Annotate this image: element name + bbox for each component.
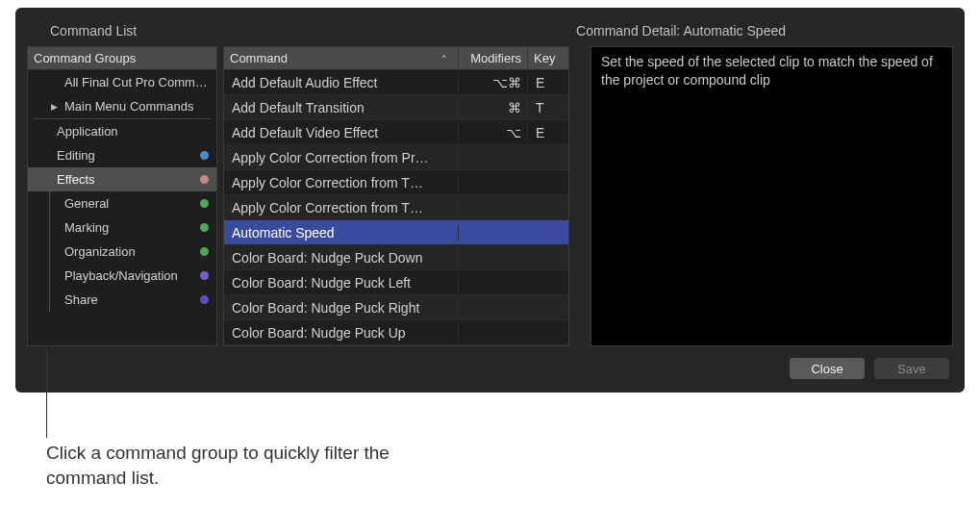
- header-command[interactable]: Command ⌃: [224, 47, 459, 69]
- command-row[interactable]: Apply Color Correction from Pr…: [224, 145, 568, 170]
- color-dot-icon: [200, 199, 209, 208]
- command-modifiers: ⌘: [459, 100, 528, 115]
- command-detail-column: Set the speed of the selected clip to ma…: [591, 46, 953, 346]
- sidebar-group-item[interactable]: ▶Main Menu Commands: [28, 94, 216, 118]
- command-row[interactable]: Apply Color Correction from T…: [224, 195, 568, 220]
- disclosure-triangle-icon[interactable]: ▶: [51, 102, 61, 112]
- command-groups-list: All Final Cut Pro Comm…▶Main Menu Comman…: [28, 70, 216, 345]
- sidebar-group-item[interactable]: Effects: [28, 167, 216, 191]
- sidebar-group-item[interactable]: Share: [28, 288, 216, 312]
- command-row[interactable]: Add Default Transition⌘T: [224, 95, 568, 120]
- group-label: General: [64, 196, 109, 211]
- group-label: Marking: [64, 220, 109, 235]
- command-name: Add Default Transition: [224, 100, 459, 115]
- command-groups-column: Command Groups All Final Cut Pro Comm…▶M…: [27, 46, 217, 346]
- sort-ascending-icon: ⌃: [440, 54, 452, 63]
- command-name: Color Board: Nudge Puck Down: [224, 250, 459, 266]
- command-key: T: [528, 100, 568, 115]
- group-label: Effects: [57, 172, 95, 187]
- sidebar-group-item[interactable]: Marking: [28, 215, 216, 240]
- detail-title-prefix: Command Detail:: [576, 23, 683, 38]
- sidebar-group-item[interactable]: Playback/Navigation: [28, 264, 216, 288]
- group-label: Application: [57, 124, 118, 139]
- command-key: E: [528, 125, 568, 140]
- command-row[interactable]: Color Board: Nudge Puck Left: [224, 270, 568, 295]
- command-detail-text: Set the speed of the selected clip to ma…: [591, 46, 953, 346]
- command-list-title: Command List: [50, 23, 137, 38]
- command-key: E: [528, 75, 568, 90]
- command-name: Add Default Audio Effect: [224, 75, 459, 90]
- command-row[interactable]: Add Default Audio Effect⌥⌘E: [224, 70, 568, 95]
- annotation-leader-line: [46, 349, 47, 438]
- sidebar-group-item[interactable]: General: [28, 191, 216, 215]
- sidebar-group-item[interactable]: Application: [28, 119, 216, 143]
- group-label: Playback/Navigation: [64, 268, 178, 283]
- group-label: Organization: [64, 244, 136, 259]
- detail-title-name: Automatic Speed: [683, 23, 786, 38]
- close-button[interactable]: Close: [790, 358, 865, 379]
- dialog-buttons: Close Save: [27, 346, 953, 381]
- command-name: Apply Color Correction from T…: [224, 175, 459, 190]
- color-dot-icon: [200, 247, 209, 256]
- command-row[interactable]: Color Board: Nudge Puck Right: [224, 295, 568, 320]
- panel-titles: Command List Command Detail: Automatic S…: [27, 17, 953, 46]
- color-dot-icon: [200, 223, 209, 232]
- command-row[interactable]: Apply Color Correction from T…: [224, 170, 568, 195]
- group-label: Share: [64, 292, 98, 307]
- color-dot-icon: [200, 175, 209, 184]
- header-modifiers[interactable]: Modifiers: [459, 47, 528, 69]
- color-dot-icon: [200, 151, 209, 160]
- sidebar-group-item[interactable]: All Final Cut Pro Comm…: [28, 70, 216, 94]
- group-label: Editing: [57, 148, 95, 163]
- command-name: Color Board: Nudge Puck Right: [224, 300, 459, 316]
- command-row[interactable]: Add Default Video Effect⌥E: [224, 120, 568, 145]
- sidebar-group-item[interactable]: Editing: [28, 143, 216, 167]
- header-command-label: Command: [230, 51, 288, 65]
- commands-column: Command ⌃ Modifiers Key Add Default Audi…: [223, 46, 569, 346]
- command-name: Apply Color Correction from Pr…: [224, 150, 459, 165]
- command-detail-title: Command Detail: Automatic Speed: [576, 23, 949, 38]
- command-name: Apply Color Correction from T…: [224, 200, 459, 215]
- annotation-text: Click a command group to quickly filter …: [46, 441, 392, 490]
- command-name: Add Default Video Effect: [224, 125, 459, 140]
- command-editor-panel: Command List Command Detail: Automatic S…: [15, 8, 965, 393]
- header-key[interactable]: Key: [528, 47, 568, 69]
- header-command-groups[interactable]: Command Groups: [28, 47, 216, 69]
- sidebar-group-item[interactable]: Organization: [28, 240, 216, 264]
- color-dot-icon: [200, 295, 209, 304]
- command-name: Color Board: Nudge Puck Up: [224, 325, 459, 341]
- command-modifiers: ⌥⌘: [459, 75, 528, 90]
- group-label: Main Menu Commands: [64, 99, 193, 114]
- color-dot-icon: [200, 271, 209, 280]
- commands-list: Add Default Audio Effect⌥⌘EAdd Default T…: [224, 70, 568, 345]
- group-label: All Final Cut Pro Comm…: [64, 75, 208, 89]
- command-modifiers: ⌥: [459, 125, 528, 140]
- command-row[interactable]: Automatic Speed: [224, 220, 568, 245]
- command-name: Color Board: Nudge Puck Left: [224, 275, 459, 291]
- save-button[interactable]: Save: [874, 358, 949, 379]
- command-row[interactable]: Color Board: Nudge Puck Up: [224, 320, 568, 345]
- command-row[interactable]: Color Board: Nudge Puck Down: [224, 245, 568, 270]
- command-name: Automatic Speed: [224, 225, 459, 241]
